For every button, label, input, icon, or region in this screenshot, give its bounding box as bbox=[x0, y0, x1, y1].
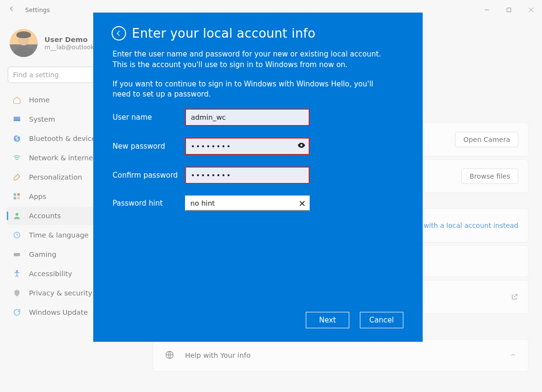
local-account-link[interactable]: in in with a local account instead bbox=[407, 222, 518, 229]
sidebar-item-label: Home bbox=[29, 96, 50, 104]
cancel-button[interactable]: Cancel bbox=[360, 312, 403, 328]
sidebar-item-label: Privacy & security bbox=[29, 289, 92, 297]
svg-rect-7 bbox=[17, 197, 20, 199]
sidebar-item-label: Windows Update bbox=[29, 308, 88, 316]
wifi-icon bbox=[13, 154, 21, 162]
sidebar-item-label: Network & internet bbox=[29, 154, 96, 162]
svg-rect-2 bbox=[14, 120, 20, 121]
sidebar-item-label: Time & language bbox=[29, 231, 89, 239]
help-card[interactable]: Help with Your info bbox=[153, 339, 528, 372]
clear-input-icon[interactable]: ✕ bbox=[299, 198, 306, 209]
username-label: User name bbox=[113, 113, 185, 122]
modal-back-button[interactable] bbox=[112, 26, 126, 41]
sidebar-item-label: Gaming bbox=[29, 251, 57, 258]
sidebar-item-label: Accounts bbox=[29, 212, 61, 220]
sidebar-item-label: Personalization bbox=[29, 173, 82, 181]
accessibility-icon bbox=[13, 269, 21, 278]
system-icon bbox=[13, 115, 21, 124]
open-camera-button[interactable]: Open Camera bbox=[455, 132, 518, 147]
modal-title: Enter your local account info bbox=[132, 26, 315, 41]
clock-icon bbox=[13, 231, 21, 239]
home-icon bbox=[13, 96, 21, 104]
gaming-icon bbox=[13, 250, 21, 259]
bluetooth-icon bbox=[13, 134, 21, 143]
svg-point-13 bbox=[300, 144, 303, 147]
sidebar-item-label: System bbox=[29, 115, 55, 123]
modal-description-1: Enter the user name and password for you… bbox=[112, 49, 392, 70]
username-input[interactable] bbox=[185, 109, 310, 126]
external-link-icon bbox=[511, 293, 518, 301]
help-label: Help with Your info bbox=[185, 351, 251, 359]
chevron-up-icon bbox=[510, 351, 516, 360]
sidebar-item-label: Bluetooth & devices bbox=[29, 135, 100, 142]
browse-files-button[interactable]: Browse files bbox=[461, 168, 518, 184]
apps-icon bbox=[13, 192, 21, 201]
reveal-password-icon[interactable] bbox=[297, 141, 306, 152]
close-button[interactable] bbox=[520, 2, 542, 17]
globe-icon bbox=[165, 350, 174, 361]
window-controls bbox=[475, 2, 542, 17]
svg-point-8 bbox=[15, 213, 18, 216]
confirm-password-input[interactable] bbox=[185, 167, 310, 184]
back-icon[interactable] bbox=[8, 5, 15, 14]
local-account-modal: Enter your local account info Enter the … bbox=[93, 13, 423, 342]
brush-icon bbox=[13, 173, 21, 182]
minimize-button[interactable] bbox=[475, 2, 498, 17]
modal-description-2: If you want to continue to sign in to Wi… bbox=[112, 79, 392, 100]
svg-rect-4 bbox=[14, 193, 16, 196]
svg-rect-5 bbox=[17, 193, 20, 196]
new-password-input[interactable] bbox=[185, 138, 310, 155]
update-icon bbox=[13, 308, 21, 317]
next-button[interactable]: Next bbox=[306, 312, 349, 328]
svg-point-11 bbox=[16, 270, 18, 272]
avatar bbox=[10, 29, 38, 57]
svg-rect-6 bbox=[14, 197, 16, 199]
svg-rect-0 bbox=[507, 8, 511, 12]
svg-rect-10 bbox=[14, 253, 20, 256]
password-hint-label: Password hint bbox=[113, 199, 185, 208]
sidebar-item-label: Accessibility bbox=[29, 270, 72, 278]
maximize-button[interactable] bbox=[498, 2, 520, 17]
account-icon bbox=[13, 211, 21, 220]
window-title: Settings bbox=[25, 6, 50, 14]
password-hint-input[interactable] bbox=[185, 196, 310, 211]
new-password-label: New password bbox=[113, 142, 185, 151]
sidebar-item-label: Apps bbox=[29, 193, 46, 200]
shield-icon bbox=[13, 289, 21, 297]
confirm-password-label: Confirm password bbox=[113, 171, 185, 180]
